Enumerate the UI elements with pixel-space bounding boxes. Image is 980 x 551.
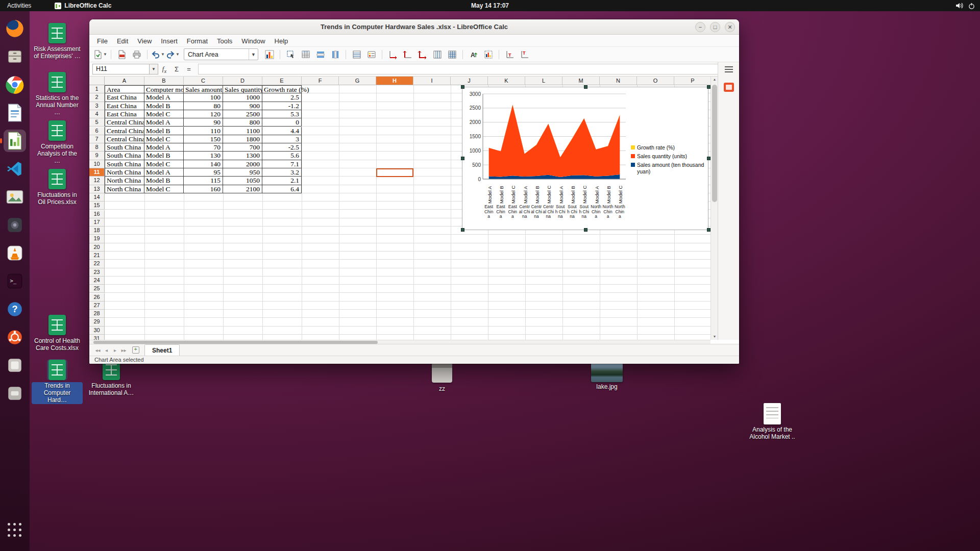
cell-D9[interactable]: 1300 [223,152,262,160]
close-button[interactable]: ✕ [725,22,735,32]
dock-item-show-apps[interactable] [4,519,26,541]
desktop-icon[interactable]: Control of Health Care Costs.xlsx [32,314,83,353]
spreadsheet-grid[interactable]: ABCDEFGHIJKLMNOP123456789101112131415161… [89,77,710,340]
dock-item-app-gray-2[interactable] [4,382,26,405]
dock-item-ubuntu-software[interactable] [4,326,26,348]
desktop-icon[interactable]: Trends in Computer Hard… [32,359,83,404]
cell-D4[interactable]: 2500 [223,110,262,118]
undo-button[interactable]: ▼ [151,48,165,61]
cell-B5[interactable]: Model A [144,118,184,127]
column-header-L[interactable]: L [525,77,562,85]
column-header-N[interactable]: N [600,77,637,85]
cell-D13[interactable]: 2100 [223,185,262,193]
dock-item-help[interactable]: ? [4,298,26,320]
clock[interactable]: May 14 17:07 [0,2,980,9]
cell-E4[interactable]: 5.3 [262,110,302,118]
redo-button[interactable]: ▼ [166,48,180,61]
maximize-button[interactable]: □ [710,22,720,32]
cell-B3[interactable]: Model B [144,102,184,110]
row-header-10[interactable]: 10 [89,160,105,168]
cell-C13[interactable]: 160 [184,185,223,193]
previous-sheet-icon[interactable]: ◂ [102,347,111,353]
selection-handle[interactable] [584,85,587,89]
row-header-26[interactable]: 26 [89,293,105,302]
row-header-18[interactable]: 18 [89,227,105,235]
column-header-H[interactable]: H [376,77,413,85]
cell-E3[interactable]: -1.2 [262,102,302,110]
vertical-scrollbar[interactable]: ▲ ▼ [710,77,718,340]
selection-handle[interactable] [707,157,710,160]
desktop-icon[interactable]: Risk Assessment of Enterprises' … [32,22,83,61]
cell-E6[interactable]: 4.4 [262,127,302,135]
cell-C8[interactable]: 70 [184,143,223,152]
cell-B11[interactable]: Model A [144,168,184,177]
last-sheet-icon[interactable]: ▸▸ [119,347,128,353]
dock-item-utility-dark[interactable] [4,214,26,236]
all-axes-button[interactable] [415,48,429,61]
menu-view[interactable]: View [133,36,156,46]
export-pdf-button[interactable] [115,48,129,61]
cell-A8[interactable]: South China [105,143,144,152]
cell-E13[interactable]: 6.4 [262,185,302,193]
row-header-13[interactable]: 13 [89,185,105,193]
print-button[interactable] [130,48,143,61]
cell-C6[interactable]: 110 [184,127,223,135]
format-selection-button[interactable] [284,48,298,61]
selection-handle[interactable] [584,228,587,232]
row-header-14[interactable]: 14 [89,193,105,202]
cell-D3[interactable]: 900 [223,102,262,110]
column-header-A[interactable]: A [105,77,144,85]
equals-icon[interactable]: = [183,65,195,73]
cell-E7[interactable]: 3 [262,135,302,143]
selection-handle[interactable] [461,157,464,160]
cell-B12[interactable]: Model B [144,177,184,185]
column-header-C[interactable]: C [184,77,223,85]
cell-D7[interactable]: 1800 [223,135,262,143]
cell-B7[interactable]: Model C [144,135,184,143]
row-header-11[interactable]: 11 [89,168,105,177]
row-header-23[interactable]: 23 [89,268,105,277]
selection-handle[interactable] [461,228,464,232]
cell-A13[interactable]: North China [105,185,144,193]
cell-B8[interactable]: Model A [144,143,184,152]
data-in-rows-button[interactable] [313,48,327,61]
cell-D12[interactable]: 1050 [223,177,262,185]
grid-corner[interactable] [89,77,105,85]
row-header-12[interactable]: 12 [89,177,105,185]
y-axis-title-button[interactable]: T [518,48,531,61]
column-header-D[interactable]: D [223,77,262,85]
dock-item-vlc[interactable] [4,242,26,264]
y-axis-button[interactable] [401,48,414,61]
row-header-5[interactable]: 5 [89,118,105,127]
column-header-K[interactable]: K [488,77,525,85]
add-sheet-icon[interactable] [132,346,139,354]
x-axis-title-button[interactable]: T [503,48,517,61]
dock-item-image-viewer[interactable] [4,186,26,208]
desktop-icon[interactable]: Fluctuations in International A… [86,359,137,397]
cell-E11[interactable]: 3.2 [262,168,302,177]
desktop-icon[interactable]: Statistics on the Annual Number … [32,71,83,116]
name-box[interactable]: H11 [92,64,150,74]
formula-input[interactable] [198,64,727,74]
dock-item-terminal[interactable]: >_ [4,270,26,292]
column-header-O[interactable]: O [637,77,674,85]
row-header-29[interactable]: 29 [89,318,105,326]
next-sheet-icon[interactable]: ▸ [111,347,119,353]
cell-A6[interactable]: Central China [105,127,144,135]
cell-D11[interactable]: 950 [223,168,262,177]
cell-E10[interactable]: 7.1 [262,160,302,168]
new-dropdown-button[interactable]: ▼ [93,48,107,61]
selection-handle[interactable] [707,228,710,232]
menu-insert[interactable]: Insert [156,36,182,46]
cell-C5[interactable]: 90 [184,118,223,127]
cell-C3[interactable]: 80 [184,102,223,110]
name-box-dropdown-icon[interactable]: ▼ [150,64,158,74]
cell-E9[interactable]: 5.6 [262,152,302,160]
cell-C10[interactable]: 140 [184,160,223,168]
embedded-chart[interactable]: 050010001500200025003000Model AEast Chin… [462,87,708,230]
row-header-19[interactable]: 19 [89,235,105,243]
cell-C4[interactable]: 120 [184,110,223,118]
column-header-M[interactable]: M [562,77,600,85]
cell-A11[interactable]: North China [105,168,144,177]
cell-B9[interactable]: Model B [144,152,184,160]
